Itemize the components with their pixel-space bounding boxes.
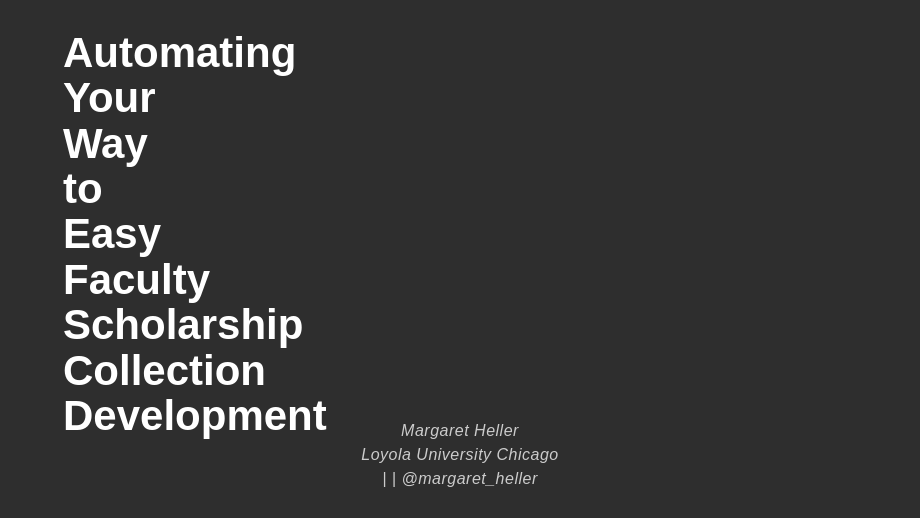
title-line-5: Easy [63,211,327,256]
title-line-4: to [63,166,327,211]
title-line-3: Way [63,121,327,166]
bottom-section: Margaret Heller Loyola University Chicag… [0,422,920,488]
slide: Automating Your Way to Easy Faculty Scho… [0,0,920,518]
institution: Loyola University Chicago [0,446,920,464]
social-handle: | | @margaret_heller [0,470,920,488]
author-name: Margaret Heller [0,422,920,440]
title-line-1: Automating [63,30,327,75]
title-text: Automating Your Way to Easy Faculty Scho… [63,30,327,438]
title-line-8: Collection [63,348,327,393]
title-line-2: Your [63,75,327,120]
title-section: Automating Your Way to Easy Faculty Scho… [63,30,327,438]
title-line-6: Faculty [63,257,327,302]
title-line-7: Scholarship [63,302,327,347]
